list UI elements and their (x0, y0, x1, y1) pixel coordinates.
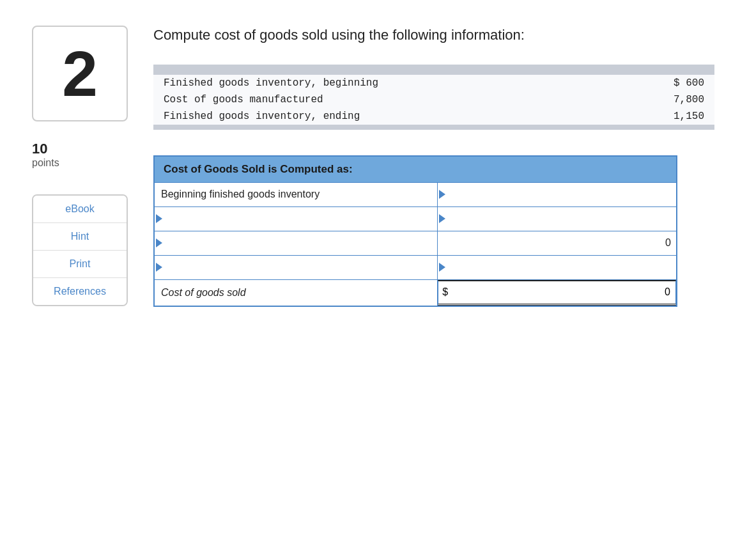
dollar-sign: $ (438, 286, 452, 298)
answer-row-3: 0 (154, 231, 677, 255)
question-number: 2 (62, 42, 98, 105)
main-content: Compute cost of goods sold using the fol… (153, 19, 714, 307)
print-link[interactable]: Print (33, 251, 127, 278)
answer-total-row: Cost of goods sold $ 0 (154, 279, 677, 306)
answer-label-4 (154, 255, 438, 279)
given-label-2: Cost of goods manufactured (153, 91, 614, 108)
answer-label-3 (154, 231, 438, 255)
answer-label-2 (154, 206, 438, 231)
ebook-link[interactable]: eBook (33, 196, 127, 223)
answer-label-input-3[interactable] (169, 237, 431, 249)
answer-total-label: Cost of goods sold (154, 279, 438, 306)
answer-value-3: 0 (665, 237, 671, 249)
page-container: 2 10 points eBook Hint Print References … (0, 0, 740, 326)
answer-row-2 (154, 206, 677, 231)
given-amount-1: $ 600 (614, 75, 714, 91)
answer-label-1: Beginning finished goods inventory (154, 182, 438, 206)
answer-row-1: Beginning finished goods inventory (154, 182, 677, 206)
answer-total-cell: $ 0 (438, 280, 676, 306)
answer-row-4 (154, 255, 677, 279)
points-label: points (32, 157, 59, 169)
given-row-3: Finished goods inventory, ending 1,150 (153, 108, 714, 125)
answer-label-input-4[interactable] (169, 261, 431, 273)
given-label-1: Finished goods inventory, beginning (153, 75, 614, 91)
triangle-marker-label-4 (156, 263, 162, 272)
sidebar: 2 10 points eBook Hint Print References (26, 19, 134, 307)
hint-link[interactable]: Hint (33, 223, 127, 251)
given-amount-2: 7,800 (614, 91, 714, 108)
given-info-table: Finished goods inventory, beginning $ 60… (153, 65, 714, 130)
answer-input-1[interactable] (438, 183, 676, 206)
given-amount-3: 1,150 (614, 108, 714, 125)
answer-input-cell-3: 0 (438, 231, 677, 255)
answer-header-row: Cost of Goods Sold is Computed as: (154, 156, 677, 183)
answer-input-2[interactable] (438, 207, 676, 231)
given-row-1: Finished goods inventory, beginning $ 60… (153, 75, 714, 91)
given-label-3: Finished goods inventory, ending (153, 108, 614, 125)
answer-input-4[interactable] (438, 256, 676, 279)
triangle-marker-1 (439, 190, 445, 199)
total-value: 0 (452, 286, 675, 298)
answer-section: Cost of Goods Sold is Computed as: Begin… (153, 155, 677, 307)
answer-label-input-2[interactable] (169, 213, 431, 224)
given-row-2: Cost of goods manufactured 7,800 (153, 91, 714, 108)
given-table-header (153, 65, 714, 75)
answer-input-cell-4 (438, 255, 677, 279)
answer-table: Cost of Goods Sold is Computed as: Begin… (153, 155, 677, 307)
triangle-marker-label-2 (156, 214, 162, 223)
points-section: 10 points (26, 141, 59, 169)
answer-input-cell-1 (438, 182, 677, 206)
points-value: 10 (32, 141, 59, 157)
question-number-box: 2 (32, 26, 128, 121)
triangle-marker-label-3 (156, 238, 162, 247)
references-link[interactable]: References (33, 278, 127, 305)
nav-links-box: eBook Hint Print References (32, 194, 128, 306)
answer-input-cell-2 (438, 206, 677, 231)
triangle-marker-4 (439, 263, 445, 272)
answer-header: Cost of Goods Sold is Computed as: (154, 156, 677, 183)
question-text: Compute cost of goods sold using the fol… (153, 26, 714, 45)
triangle-marker-2 (439, 214, 445, 223)
given-table-footer (153, 125, 714, 130)
